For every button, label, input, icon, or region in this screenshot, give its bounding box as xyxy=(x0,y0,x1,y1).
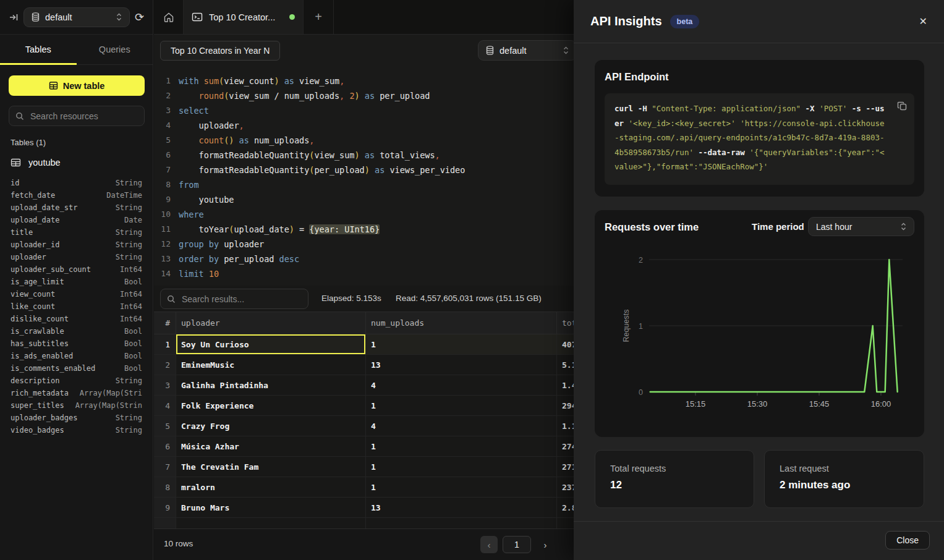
schema-column-row: super_titlesArray(Map(Strin xyxy=(0,399,153,412)
column-name: id xyxy=(11,179,19,187)
num-uploads-cell[interactable]: 4 xyxy=(366,375,557,395)
schema-column-row: titleString xyxy=(0,226,153,239)
uploader-cell[interactable]: Folk Experience xyxy=(176,396,366,415)
uploader-cell[interactable]: EminemMusic xyxy=(176,355,366,375)
last-request-value: 2 minutes ago xyxy=(780,479,850,491)
refresh-icon[interactable]: ⟳ xyxy=(135,12,144,23)
tab-queries[interactable]: Queries xyxy=(77,35,153,64)
schema-column-row: view_countInt64 xyxy=(0,288,153,300)
sql-token: as xyxy=(360,150,380,160)
query-parameter: {year: UInt16} xyxy=(309,224,380,234)
column-type: Bool xyxy=(124,364,142,373)
table-name: youtube xyxy=(28,158,61,168)
copy-icon[interactable] xyxy=(897,101,908,111)
line-number: 12 xyxy=(154,237,171,252)
uploader-cell[interactable] xyxy=(176,518,366,528)
search-results-input[interactable] xyxy=(181,294,302,305)
uploader-cell[interactable]: Galinha Pintadinha xyxy=(176,375,366,395)
schema-column-row: upload_dateDate xyxy=(0,214,153,226)
database-select[interactable]: default xyxy=(23,7,130,27)
row-index-cell: 1 xyxy=(154,334,176,354)
row-index-cell: 7 xyxy=(154,457,176,477)
close-icon[interactable]: ✕ xyxy=(919,15,927,27)
last-request-card: Last request 2 minutes ago xyxy=(764,450,924,508)
column-header-uploader[interactable]: uploader xyxy=(176,312,366,334)
api-insights-panel: API Insights beta ✕ API Endpoint curl -H… xyxy=(574,0,944,560)
table-grid-icon xyxy=(11,158,21,168)
column-name: description xyxy=(11,376,59,385)
num-uploads-cell[interactable]: 13 xyxy=(366,498,557,517)
x-tick-label: 16:00 xyxy=(871,399,891,409)
schema-column-row: idString xyxy=(0,177,153,189)
sql-code-text: select xyxy=(171,103,209,118)
pagination-next-button[interactable]: › xyxy=(538,536,553,553)
num-uploads-cell[interactable]: 1 xyxy=(366,477,557,497)
editor-database-select[interactable]: default xyxy=(478,40,577,61)
uploader-cell[interactable]: Soy Un Curioso xyxy=(176,334,366,354)
results-search xyxy=(160,289,308,309)
column-header-index[interactable]: # xyxy=(154,312,176,334)
num-uploads-cell[interactable]: 1 xyxy=(366,334,557,354)
home-button[interactable] xyxy=(154,0,184,34)
column-type: String xyxy=(116,376,142,385)
new-tab-button[interactable]: + xyxy=(304,0,334,34)
num-uploads-cell[interactable]: 4 xyxy=(366,416,557,436)
sql-code-text: from xyxy=(171,177,199,192)
column-header-num-uploads[interactable]: num_uploads xyxy=(366,312,557,334)
column-type: Array(Map(Stri xyxy=(80,389,142,397)
database-icon xyxy=(486,46,494,55)
pagination-current-page[interactable]: 1 xyxy=(503,536,531,553)
close-button[interactable]: Close xyxy=(885,531,930,549)
rows-read-stat: Read: 4,557,605,031 rows (151.15 GB) xyxy=(396,294,542,303)
sql-token: ) xyxy=(355,150,360,160)
num-uploads-cell[interactable]: 1 xyxy=(366,457,557,477)
sidebar-table-youtube[interactable]: youtube xyxy=(0,155,153,171)
search-resources-input[interactable] xyxy=(29,111,138,122)
sql-token: per_upload xyxy=(224,254,279,264)
tab-tables[interactable]: Tables xyxy=(0,35,77,64)
num-uploads-cell[interactable]: 1 xyxy=(366,396,557,415)
column-name: has_subtitles xyxy=(11,339,69,348)
time-period-select[interactable]: Last hour xyxy=(808,217,914,236)
column-type: Bool xyxy=(124,352,142,360)
sql-token: 2 xyxy=(349,91,354,101)
sql-token: view_sum / num_uploads xyxy=(229,91,339,101)
sidebar-search xyxy=(9,106,145,126)
pagination-prev-button[interactable]: ‹ xyxy=(480,536,498,553)
column-type: Date xyxy=(124,216,142,224)
editor-database-select-value: default xyxy=(500,46,527,56)
line-number: 5 xyxy=(154,133,171,148)
sql-token: num_uploads xyxy=(254,135,309,145)
api-insights-header: API Insights beta ✕ xyxy=(574,0,944,43)
query-tab[interactable]: Top 10 Creator... xyxy=(184,0,304,34)
column-type: Bool xyxy=(124,278,142,286)
column-type: Int64 xyxy=(120,302,142,311)
column-name: super_titles xyxy=(11,401,64,410)
api-endpoint-card: API Endpoint curl -H "Content-Type: appl… xyxy=(595,60,924,197)
num-uploads-cell[interactable] xyxy=(366,518,557,528)
database-select-value: default xyxy=(45,12,72,22)
sql-token: uploader xyxy=(224,239,264,249)
new-table-button[interactable]: New table xyxy=(9,75,145,96)
sql-token: () xyxy=(224,135,234,145)
uploader-cell[interactable]: mralorn xyxy=(176,477,366,497)
uploader-cell[interactable]: Crazy Frog xyxy=(176,416,366,436)
uploader-cell[interactable]: The Crevatin Fam xyxy=(176,457,366,477)
column-type: String xyxy=(116,240,142,249)
schema-column-row: uploader_sub_countInt64 xyxy=(0,263,153,276)
sql-token: , xyxy=(309,135,314,145)
uploader-cell[interactable]: Bruno Mars xyxy=(176,498,366,517)
sql-code-text: formatReadableQuantity(per_upload) as vi… xyxy=(171,163,465,177)
query-title-button[interactable]: Top 10 Creators in Year N xyxy=(160,41,280,61)
sql-token: ( xyxy=(219,76,224,86)
uploader-cell[interactable]: Música Azhar xyxy=(176,436,366,456)
schema-column-row: uploader_idString xyxy=(0,239,153,251)
num-uploads-cell[interactable]: 13 xyxy=(366,355,557,375)
column-type: String xyxy=(116,414,142,422)
sql-token: per_upload xyxy=(380,91,430,101)
sql-token: as xyxy=(234,135,254,145)
sql-token: , xyxy=(239,121,244,130)
curl-flag: -X xyxy=(801,104,819,113)
collapse-sidebar-icon[interactable] xyxy=(9,12,19,22)
num-uploads-cell[interactable]: 1 xyxy=(366,436,557,456)
